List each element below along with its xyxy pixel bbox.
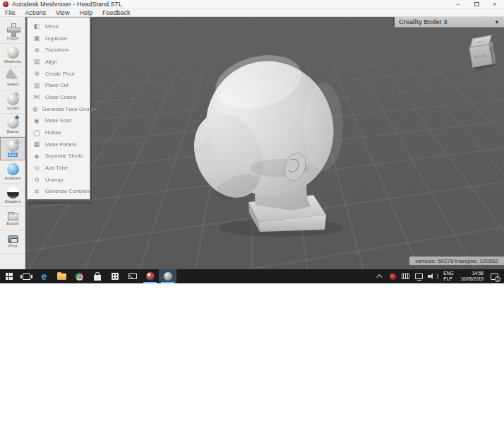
windows-logo-icon [6,273,13,280]
antivirus-shield-icon[interactable] [390,273,396,280]
sidebar-item-select[interactable]: Select [0,67,25,90]
file-explorer-icon [57,273,66,280]
mail-envelope-icon [128,273,137,279]
separate-shells-icon: ◈ [32,153,41,160]
taskbar-store[interactable] [88,269,106,283]
network-icon[interactable] [415,273,423,279]
add-tube-icon: ⊙ [32,165,41,172]
menu-feedback[interactable]: Feedback [97,9,136,17]
sidebar-item-import[interactable]: Import [0,20,25,44]
menu-view[interactable]: View [51,9,74,17]
window-title: Autodesk Meshmixer - HeadStand.STL [12,0,122,9]
sidebar-item-analysis[interactable]: Analysis [0,160,25,184]
sidebar-item-print[interactable]: Print [0,230,25,254]
task-view-button[interactable] [18,269,35,283]
meshmixer-ball-icon [146,272,155,281]
task-view-icon [23,273,30,280]
printer-selector-dropdown[interactable]: Creality Ender 3 ▼ [393,17,504,28]
tray-chevron-up-icon[interactable] [377,274,383,280]
tool-sidebar: Import Meshmix Select ✎ Sculpt ✱ Stamp ◬… [0,17,25,269]
plane-cut-icon: ▥ [32,82,41,89]
menu-item-generate-face-groups[interactable]: ◍Generate Face Groups [28,103,90,115]
stamp-sphere-icon: ✱ [7,117,19,129]
touch-keyboard-icon[interactable] [402,273,409,279]
3d-viewport[interactable]: Creality Ender 3 ▼ TOP BACK vertices: 50… [25,17,504,269]
generate-complex-icon: ≋ [32,188,41,195]
meshmixer-app-icon [164,272,172,281]
menu-item-align[interactable]: ▤Align [28,56,90,68]
tray-date: 16/08/2019 [460,276,484,282]
close-cracks-icon: ⋈ [32,93,41,100]
action-center-icon[interactable]: 1 [491,273,498,280]
transform-icon: ⊛ [32,47,41,54]
meshmixer-window: Autodesk Meshmixer - HeadStand.STL − × F… [0,0,504,283]
sidebar-item-meshmix[interactable]: Meshmix [0,44,25,67]
analysis-sphere-icon [7,163,19,175]
clock[interactable]: 14:56 16/08/2019 [460,271,484,282]
view-navigation-cube[interactable]: TOP BACK [467,35,498,71]
chrome-sphere-icon [7,187,19,199]
sidebar-item-shaders[interactable]: Shaders [0,184,25,207]
menu-item-make-solid[interactable]: ◉Make Solid [28,115,90,127]
taskbar-apps[interactable] [106,269,124,283]
align-icon: ▤ [32,58,41,65]
chevron-down-icon: ▼ [494,19,504,25]
sidebar-item-sculpt[interactable]: ✎ Sculpt [0,90,25,114]
menu-help[interactable]: Help [74,9,97,17]
arrow-icon [6,69,20,83]
taskbar-mail[interactable] [124,269,141,283]
apps-grid-icon [112,273,119,280]
menu-item-hollow[interactable]: ◯Hollow [28,126,90,139]
menu-item-add-tube[interactable]: ⊙Add Tube [28,162,90,174]
sidebar-item-edit[interactable]: ◬ Edit [0,137,25,160]
taskbar-edge[interactable]: e [35,269,53,283]
menu-item-generate-complex[interactable]: ≋Generate Complex [28,186,90,198]
taskbar-file-explorer[interactable] [53,269,71,283]
menu-item-unwrap[interactable]: ⊜Unwrap [28,174,90,186]
menu-actions[interactable]: Actions [20,9,52,17]
folder-icon [8,213,18,220]
printer-icon [8,235,18,243]
language-indicator[interactable]: ENG PLP [443,271,453,282]
menu-item-transform[interactable]: ⊛Transform [28,44,90,56]
restore-icon [474,2,479,6]
taskbar-meshmixer-ball[interactable] [141,269,159,283]
taskbar-meshmixer-active[interactable] [159,269,176,283]
menu-item-make-pattern[interactable]: ▦Make Pattern [28,139,90,151]
mesh-stats-bar: vertices: 50278 triangles: 100552 [409,257,504,265]
wireframe-sphere-icon: ◬ [7,140,19,152]
tray-time: 14:56 [472,271,484,276]
start-button[interactable] [0,269,18,283]
edge-icon: e [42,271,47,281]
notification-badge: 1 [495,276,500,282]
nav-cube-back-face[interactable]: BACK [469,44,493,68]
menu-file[interactable]: File [0,9,20,17]
make-solid-icon: ◉ [32,117,41,124]
create-pivot-icon: ⊕ [32,70,41,77]
menu-item-separate-shells[interactable]: ◈Separate Shells [28,151,90,163]
menu-item-mirror[interactable]: ◧Mirror [28,20,90,33]
empty-area [0,283,504,424]
hollow-icon: ◯ [32,129,41,136]
store-bag-icon [94,275,101,281]
restore-button[interactable] [467,0,486,9]
menu-item-duplicate[interactable]: ▣Duplicate [28,33,90,45]
close-button[interactable]: × [486,0,504,9]
menu-item-close-cracks[interactable]: ⋈Close Cracks [28,91,90,103]
make-pattern-icon: ▦ [32,141,41,148]
minimize-button[interactable]: − [449,0,467,9]
menu-item-plane-cut[interactable]: ▥Plane Cut [28,79,90,91]
speaker-icon[interactable] [428,273,436,280]
sidebar-item-stamp[interactable]: ✱ Stamp [0,114,25,137]
taskbar-chrome[interactable] [71,269,88,283]
menu-bar: File Actions View Help Feedback [0,9,504,17]
meshmixer-app-icon [3,1,8,7]
windows-taskbar: e ENG PLP 14:56 16/08/2019 1 [0,269,504,283]
3d-model-head-stand[interactable] [25,17,504,269]
menu-item-create-pivot[interactable]: ⊕Create Pivot [28,68,90,80]
sculpt-sphere-icon: ✎ [7,93,19,105]
face-groups-icon: ◍ [32,105,38,112]
plus-icon [7,23,19,35]
sidebar-item-export[interactable]: Export [0,207,25,230]
system-tray: ENG PLP 14:56 16/08/2019 1 [374,269,504,283]
